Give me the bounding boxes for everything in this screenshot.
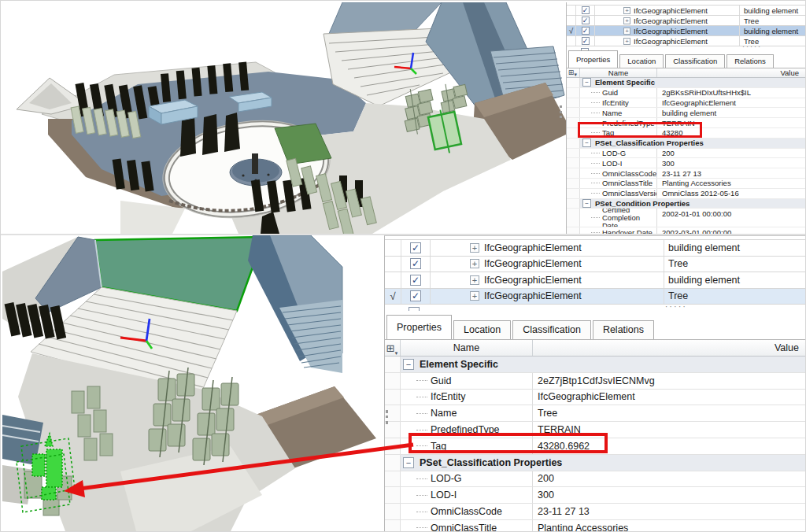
- current-row-mark-icon: √: [569, 27, 574, 35]
- tab-location[interactable]: Location: [619, 54, 664, 68]
- checkbox-checked[interactable]: ✓: [582, 37, 590, 45]
- checkbox-checked[interactable]: ✓: [410, 258, 421, 269]
- tab-relations[interactable]: Relations: [593, 320, 654, 339]
- expand-icon[interactable]: +: [623, 38, 630, 45]
- property-row[interactable]: OmniClassVersionOmniClass 2012-05-16: [567, 189, 805, 199]
- bottom-3d-viewport[interactable]: [2, 235, 384, 531]
- splitter-handle[interactable]: [560, 105, 562, 118]
- checkbox-checked[interactable]: ✓: [410, 275, 421, 286]
- tab-location[interactable]: Location: [453, 320, 511, 339]
- expand-icon[interactable]: +: [623, 28, 630, 35]
- property-row-tag[interactable]: Tag43280.6962: [385, 438, 805, 455]
- property-row[interactable]: LOD-G200: [567, 149, 805, 159]
- collapse-icon[interactable]: −: [403, 359, 414, 370]
- top-3d-viewport[interactable]: [2, 2, 566, 234]
- partial-row: ·····: [385, 305, 805, 311]
- property-row[interactable]: OmniClassCode23-11 27 13: [385, 504, 805, 520]
- resize-handle-dots[interactable]: ·····: [665, 305, 687, 308]
- element-row[interactable]: ✓ +IfcGeographicElement building element: [567, 6, 805, 16]
- entity-value: Tree: [664, 257, 805, 272]
- expand-icon[interactable]: +: [470, 291, 479, 301]
- bottom-properties-panel: ✓ +IfcGeographicElement building element…: [384, 235, 805, 531]
- element-row[interactable]: ✓ +IfcGeographicElement building element: [385, 240, 805, 257]
- entity-value: Tree: [740, 16, 805, 25]
- property-row[interactable]: Certified Completion Date2002-01-01 00:0…: [567, 209, 805, 227]
- collapse-icon[interactable]: −: [582, 139, 591, 147]
- entity-label: IfcGeographicElement: [484, 258, 582, 269]
- property-row[interactable]: NameTree: [385, 405, 805, 422]
- expand-icon[interactable]: +: [470, 243, 479, 253]
- field-chooser-arrow-icon: ▼: [573, 72, 578, 77]
- tab-properties[interactable]: Properties: [568, 50, 618, 68]
- bottom-3d-scene: [2, 235, 384, 531]
- current-row-mark-icon: √: [390, 290, 395, 302]
- tab-properties[interactable]: Properties: [386, 315, 452, 339]
- property-row[interactable]: PredefinedTypeTERRAIN: [567, 118, 805, 128]
- property-row[interactable]: Guid2gBKsSRiHDIxUftsHHx$IL: [567, 88, 805, 98]
- section-row[interactable]: −PSet_Condition Properties: [567, 199, 805, 209]
- element-row[interactable]: ✓ +IfcGeographicElement building element: [385, 272, 805, 289]
- property-row[interactable]: OmniClassTitlePlanting Accessories: [385, 520, 805, 532]
- bottom-property-table: −Element Specific Guid2eZ7jBtp1CdfJsvIEC…: [385, 357, 805, 532]
- section-row[interactable]: −PSet_Classification Properties: [567, 139, 805, 149]
- name-column-header[interactable]: Name: [580, 68, 657, 77]
- entity-label: IfcGeographicElement: [634, 6, 708, 15]
- element-row[interactable]: ✓ +IfcGeographicElement Tree: [385, 257, 805, 273]
- tab-classification[interactable]: Classification: [665, 54, 725, 68]
- top-tab-bar: Properties Location Classification Relat…: [567, 50, 805, 68]
- checkbox-checked[interactable]: ✓: [410, 242, 421, 253]
- resize-handle-dots[interactable]: ·····: [742, 46, 762, 48]
- app-screen: ✓ +IfcGeographicElement building element…: [0, 0, 806, 532]
- property-row[interactable]: Namebuilding element: [567, 108, 805, 118]
- property-row[interactable]: OmniClassCode23-11 27 13: [567, 168, 805, 179]
- entity-value: building element: [740, 26, 805, 35]
- tab-relations[interactable]: Relations: [727, 54, 774, 68]
- property-row[interactable]: Guid2eZ7jBtp1CdfJsvIECNMvg: [385, 373, 805, 390]
- entity-label: IfcGeographicElement: [634, 27, 708, 35]
- checkbox-checked[interactable]: ✓: [410, 290, 421, 301]
- name-column-header[interactable]: Name: [401, 340, 533, 356]
- checkbox-checked[interactable]: ✓: [582, 17, 590, 24]
- collapse-icon[interactable]: −: [582, 78, 591, 87]
- collapse-icon[interactable]: −: [403, 457, 414, 468]
- entity-label: IfcGeographicElement: [484, 290, 582, 301]
- element-row-selected[interactable]: √ ✓ +IfcGeographicElement building eleme…: [567, 26, 805, 36]
- collapse-icon[interactable]: −: [582, 199, 591, 208]
- entity-value: building element: [740, 6, 805, 15]
- property-row[interactable]: LOD-G200: [385, 471, 805, 488]
- property-row[interactable]: IfcEntityIfcGeographicElement: [567, 98, 805, 109]
- property-row[interactable]: OmniClassTitlePlanting Accessories: [567, 179, 805, 189]
- expand-icon[interactable]: +: [470, 259, 479, 268]
- property-row[interactable]: IfcEntityIfcGeographicElement: [385, 390, 805, 406]
- section-row[interactable]: −PSet_Classification Properties: [385, 455, 805, 471]
- property-row[interactable]: LOD-I300: [385, 487, 805, 504]
- value-column-header[interactable]: Value: [533, 340, 805, 356]
- top-element-list: ✓ +IfcGeographicElement building element…: [567, 2, 805, 50]
- bottom-element-list: ✓ +IfcGeographicElement building element…: [385, 236, 805, 311]
- top-properties-panel: ✓ +IfcGeographicElement building element…: [566, 2, 805, 234]
- entity-value: building element: [664, 272, 805, 288]
- entity-label: IfcGeographicElement: [484, 275, 582, 286]
- entity-value: building element: [664, 240, 805, 256]
- expand-icon[interactable]: +: [623, 7, 630, 14]
- tab-classification[interactable]: Classification: [512, 320, 591, 339]
- property-row-tag[interactable]: Tag43280: [567, 128, 805, 139]
- entity-label: IfcGeographicElement: [484, 242, 582, 253]
- property-row[interactable]: PredefinedTypeTERRAIN: [385, 422, 805, 438]
- element-row-selected[interactable]: √ ✓ +IfcGeographicElement Tree: [385, 289, 805, 305]
- section-row[interactable]: −Element Specific: [567, 78, 805, 88]
- section-row[interactable]: −Element Specific: [385, 357, 805, 373]
- checkbox-checked[interactable]: ✓: [582, 27, 590, 35]
- entity-value: Tree: [740, 36, 805, 46]
- field-chooser-arrow-icon: ▼: [394, 351, 398, 356]
- partial-row: ·····: [567, 46, 805, 50]
- property-row[interactable]: LOD-I300: [567, 158, 805, 168]
- expand-icon[interactable]: +: [623, 17, 630, 24]
- element-row[interactable]: ✓ +IfcGeographicElement Tree: [567, 36, 805, 46]
- expand-icon[interactable]: +: [470, 275, 479, 285]
- value-column-header[interactable]: Value: [657, 68, 805, 77]
- checkbox-checked[interactable]: ✓: [582, 6, 590, 14]
- bottom-tab-bar: Properties Location Classification Relat…: [385, 315, 805, 339]
- element-row[interactable]: ✓ +IfcGeographicElement Tree: [567, 16, 805, 26]
- splitter-handle[interactable]: [386, 410, 388, 424]
